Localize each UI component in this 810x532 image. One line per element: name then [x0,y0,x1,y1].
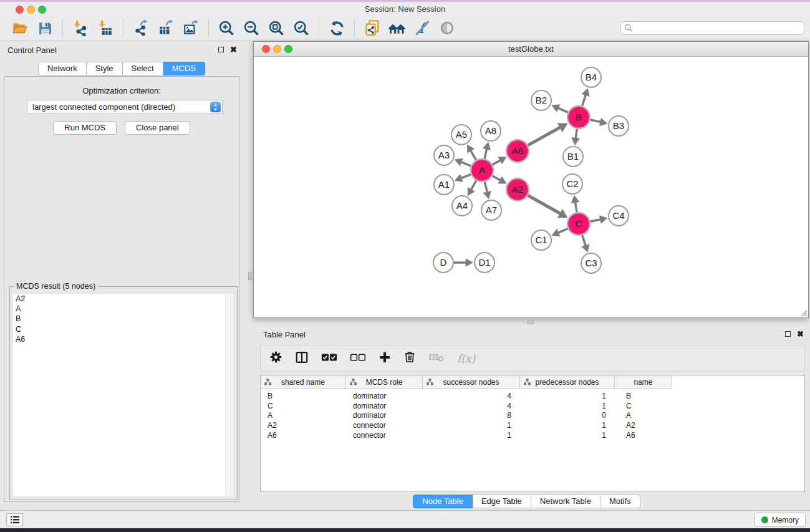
table-cell[interactable]: B [261,392,346,400]
zoom-in-icon [218,20,235,37]
tab-network[interactable]: Network [38,62,87,75]
tab-edge-table[interactable]: Edge Table [473,495,531,508]
table-cell[interactable]: A2 [615,421,672,430]
mcds-result-item[interactable]: A [13,304,234,314]
first-neighbors-button[interactable] [385,18,410,38]
mcds-result-item[interactable]: A6 [13,334,234,344]
tab-mcds[interactable]: MCDS [163,62,205,75]
show-all-button[interactable] [435,18,460,38]
table-cell[interactable]: connector [346,421,423,430]
table-cell[interactable]: 1 [520,392,615,400]
table-panel-title: Table Panel [263,330,306,339]
hide-all-columns-button[interactable] [350,352,366,365]
table-row[interactable]: Bdominator41B [261,391,804,401]
split-divider-handle[interactable] [248,272,252,280]
table-cell[interactable]: 0 [520,411,615,420]
open-session-button[interactable] [7,18,32,38]
table-cell[interactable]: dominator [346,411,423,420]
run-mcds-button[interactable]: Run MCDS [53,121,117,135]
column-header-shared-name[interactable]: shared name [261,375,346,389]
table-cell[interactable]: 1 [520,431,615,440]
tab-node-table[interactable]: Node Table [413,495,473,508]
close-panel-icon[interactable]: ✖ [230,46,237,53]
table-cell[interactable]: C [615,402,672,410]
tab-style[interactable]: Style [87,62,123,75]
create-column-button[interactable] [378,351,391,366]
graph-edge-A6-B[interactable] [528,127,562,145]
tab-motifs[interactable]: Motifs [600,495,640,508]
column-header-successor-nodes[interactable]: successor nodes [423,375,520,389]
graph-node-label: B2 [536,95,547,105]
split-divider-handle[interactable] [528,321,534,324]
export-table-button[interactable] [153,18,178,38]
table-cell[interactable]: C [261,402,346,410]
export-network-button[interactable] [128,18,153,38]
table-row[interactable]: Adominator80A [261,410,804,420]
close-panel-icon[interactable]: ✖ [797,331,804,337]
split-panel-button[interactable] [295,351,309,367]
scrollbar-track[interactable] [225,294,234,496]
table-cell[interactable]: 1 [520,421,615,430]
graph-node-label: A [479,165,485,175]
table-row[interactable]: Cdominator41C [261,401,804,411]
table-cell[interactable]: 4 [423,402,520,410]
table-cell[interactable]: A2 [261,421,346,430]
search-input[interactable] [633,23,801,33]
zoom-fit-button[interactable] [264,18,289,38]
float-panel-icon[interactable] [218,47,224,52]
memory-button[interactable]: Memory [755,513,806,527]
table-cell[interactable]: 1 [423,421,520,430]
table-cell[interactable]: 1 [423,431,520,440]
mcds-result-item[interactable]: A2 [13,294,234,304]
table-cell[interactable]: dominator [346,402,423,410]
network-canvas[interactable]: AA1A2A3A4A5A6A7A8BB1B2B3B4CC1C2C3C4DD1 [254,57,808,317]
network-from-selection-button[interactable] [360,18,385,38]
import-table-button[interactable] [93,18,118,38]
network-graph[interactable]: AA1A2A3A4A5A6A7A8BB1B2B3B4CC1C2C3C4DD1 [254,57,808,317]
zoom-selected-button[interactable] [289,18,314,38]
function-builder-button[interactable]: f(x) [457,352,475,365]
table-cell[interactable]: 8 [423,411,520,420]
mcds-result-title: MCDS result (5 nodes) [14,282,98,291]
table-cell[interactable]: dominator [346,392,423,400]
table-cell[interactable]: connector [346,431,423,440]
delete-table-button[interactable] [428,352,445,365]
table-cell[interactable]: 4 [423,392,520,400]
tab-network-table[interactable]: Network Table [531,495,600,508]
table-cell[interactable]: A6 [261,431,346,440]
table-cell[interactable]: A6 [615,431,672,440]
search-box[interactable] [620,21,804,35]
show-all-columns-button[interactable] [321,352,337,365]
column-header-name[interactable]: name [615,375,672,389]
float-panel-icon[interactable] [785,331,791,337]
column-header-predecessor-nodes[interactable]: predecessor nodes [520,375,615,389]
criterion-select[interactable]: largest connected component (directed) ▲… [27,100,223,114]
export-network-icon [133,20,149,36]
column-header-mcds-role[interactable]: MCDS role [346,375,423,389]
zoom-out-button[interactable] [239,18,264,38]
import-network-button[interactable] [68,18,93,38]
window-resize-grip[interactable] [800,309,808,317]
close-panel-button[interactable]: Close panel [125,121,190,135]
apply-layout-button[interactable] [324,18,349,38]
mcds-result-item[interactable]: C [13,324,234,334]
table-settings-button[interactable] [269,351,282,366]
hide-selected-button[interactable]: f [410,18,435,38]
zoom-in-button[interactable] [214,18,239,38]
table-row[interactable]: A2connector11A2 [261,420,804,430]
delete-columns-button[interactable] [403,351,416,366]
network-window-titlebar[interactable]: testGlobe.txt [254,42,808,57]
mcds-result-item[interactable]: B [13,314,234,324]
mcds-result-group: MCDS result (5 nodes) A2ABCA6 [9,286,238,500]
mcds-result-list[interactable]: A2ABCA6 [13,294,234,496]
table-cell[interactable]: B [615,392,672,400]
table-cell[interactable]: A [615,411,672,420]
table-row[interactable]: A6connector11A6 [261,430,804,440]
table-cell[interactable]: 1 [520,402,615,410]
save-session-button[interactable] [32,18,57,38]
task-history-button[interactable] [6,513,23,526]
table-cell[interactable]: A [261,411,346,420]
tab-select[interactable]: Select [123,62,163,75]
graph-edge-A2-C[interactable] [528,195,562,215]
export-image-button[interactable] [178,18,203,38]
